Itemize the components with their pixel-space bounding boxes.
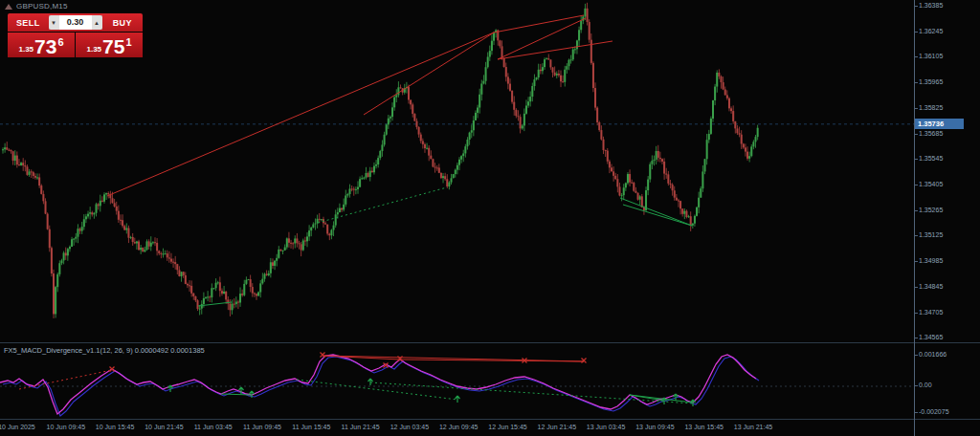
candle-body	[60, 260, 62, 263]
candle-body	[209, 296, 211, 297]
candle-body	[741, 135, 743, 144]
candle-body	[434, 166, 436, 167]
candle-body	[651, 161, 653, 164]
candle-body	[428, 148, 430, 156]
candle-body	[167, 253, 168, 257]
candle-body	[444, 176, 446, 179]
candle-body	[592, 63, 594, 88]
candle-body	[393, 98, 395, 108]
candle-body	[56, 274, 58, 287]
candle-body	[460, 156, 462, 160]
candle-body	[442, 176, 444, 178]
candle-body	[36, 177, 38, 178]
candle-body	[304, 240, 306, 241]
candle-body	[659, 158, 661, 159]
candle-body	[649, 164, 651, 180]
one-click-trading-panel: SELL ▼ 0.30 ▲ BUY 1.35 73 6 1.35 75 1	[8, 13, 143, 57]
candle-body	[723, 82, 724, 89]
volume-control: ▼ 0.30 ▲	[49, 15, 102, 30]
candle-body	[647, 180, 649, 190]
candle-body	[509, 84, 511, 91]
price-axis-label: 1.34845	[919, 283, 943, 290]
indicator-name-label: FX5_MACD_Divergence_v1.1(12, 26, 9) 0.00…	[4, 346, 205, 355]
candle-body	[420, 135, 422, 142]
candle-body	[700, 188, 702, 198]
candle-body	[189, 285, 190, 286]
candle-body	[637, 193, 639, 200]
candle-body	[71, 239, 73, 247]
time-axis-label: 12 Jun 15:45	[488, 424, 526, 430]
buy-button[interactable]: BUY	[102, 18, 144, 28]
candle-body	[479, 95, 480, 108]
candle-body	[55, 287, 56, 314]
candle-body	[714, 87, 716, 100]
candle-body	[185, 275, 187, 284]
candle-body	[574, 49, 576, 50]
sell-price-cell[interactable]: 1.35 73 6	[8, 33, 75, 57]
candle-body	[471, 130, 473, 132]
buy-price-cell[interactable]: 1.35 75 1	[76, 33, 143, 57]
candle-body	[750, 146, 752, 156]
candle-body	[339, 208, 341, 212]
candle-body	[241, 294, 243, 295]
candle-body	[194, 296, 196, 300]
candle-body	[20, 163, 22, 165]
sell-button[interactable]: SELL	[8, 18, 49, 28]
volume-input[interactable]: 0.30	[59, 15, 92, 30]
candle-body	[654, 160, 656, 161]
price-divergence-line	[318, 187, 447, 223]
candle-body	[457, 165, 458, 170]
indicator-time-separator[interactable]	[0, 419, 980, 420]
candle-body	[554, 73, 556, 76]
volume-decrease-button[interactable]: ▼	[49, 15, 59, 30]
candle-body	[24, 165, 26, 166]
candle-body	[341, 208, 343, 210]
candle-body	[134, 242, 136, 243]
candle-body	[520, 117, 522, 128]
candle-body	[408, 87, 410, 99]
indicator-axis-label: 0.001666	[919, 351, 947, 358]
candle-body	[455, 170, 457, 174]
candle-body	[69, 247, 71, 249]
candle-body	[2, 149, 4, 150]
candle-body	[81, 227, 83, 230]
candle-body	[207, 296, 209, 297]
candle-body	[734, 121, 736, 129]
candle-body	[363, 178, 365, 179]
candle-body	[730, 108, 732, 111]
divergence-cross-icon	[582, 359, 587, 363]
candle-body	[466, 140, 468, 146]
symbol-timeframe-label: GBPUSD,M15	[16, 2, 68, 11]
candle-body	[205, 297, 207, 298]
price-divergence-line	[364, 33, 494, 115]
price-axis-label: 1.35265	[919, 207, 943, 213]
candle-body	[395, 95, 397, 97]
candle-body	[607, 151, 609, 162]
candle-body	[326, 225, 328, 234]
candle-body	[268, 273, 270, 275]
candle-body	[587, 9, 589, 22]
candle-body	[38, 177, 40, 185]
candle-body	[572, 50, 574, 60]
candle-body	[87, 214, 89, 217]
candle-body	[517, 116, 519, 117]
candle-body	[302, 240, 304, 250]
chart-indicator-separator[interactable]	[0, 342, 980, 343]
candle-body	[42, 194, 44, 201]
candle-body	[710, 119, 712, 134]
candle-body	[212, 288, 214, 289]
candle-body	[18, 164, 20, 165]
candle-body	[58, 263, 60, 274]
time-axis-label: 10 Jun 15:45	[96, 424, 134, 430]
candle-body	[623, 187, 625, 195]
volume-increase-button[interactable]: ▲	[92, 15, 102, 30]
candle-body	[158, 251, 160, 253]
buy-price-main: 75	[102, 38, 124, 55]
buy-price-prefix: 1.35	[86, 45, 101, 54]
candle-body	[201, 304, 203, 309]
candle-body	[529, 97, 531, 101]
candle-body	[580, 21, 582, 31]
candle-body	[294, 238, 296, 243]
candle-body	[743, 144, 745, 148]
candle-body	[678, 201, 679, 202]
